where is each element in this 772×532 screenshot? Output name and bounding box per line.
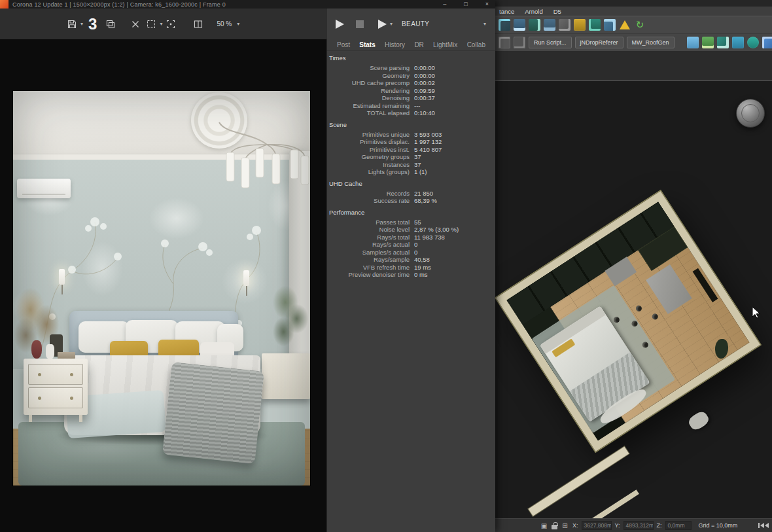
tab-dr[interactable]: DR — [414, 41, 423, 48]
grid-size-label: Grid = 10,0mm — [699, 522, 738, 529]
x-coord-label: X: — [572, 522, 578, 529]
host-app-badge: 3 — [88, 16, 97, 32]
nightstand-drawer — [28, 364, 83, 385]
viewcube[interactable] — [736, 99, 765, 128]
stat-label: UHD cache precomp — [329, 79, 414, 87]
menu-arnold[interactable]: Arnold — [525, 8, 542, 15]
stat-label: Geometry — [329, 72, 414, 80]
import-icon[interactable] — [544, 19, 555, 31]
nightstand-left — [24, 359, 88, 415]
x-coord-field[interactable]: 3627,808mm — [582, 521, 612, 530]
render-pass-selector[interactable]: BEAUTY — [402, 20, 429, 27]
layer-explorer-icon[interactable] — [514, 19, 525, 31]
render-dropdown-button[interactable]: ▾ — [378, 20, 393, 29]
maximize-button[interactable]: □ — [464, 0, 467, 9]
pass-dropdown-caret[interactable]: ▾ — [483, 21, 486, 27]
section-title: Scene — [329, 121, 491, 128]
stats-content: Times Scene parsing 0:00:00 Geometry 0:0… — [327, 51, 495, 279]
region-dropdown-caret[interactable]: ▾ — [160, 21, 162, 27]
y-coord-label: Y: — [615, 522, 620, 529]
mw-roofgen-button[interactable]: MW_RoofGen — [627, 37, 675, 48]
jndropreferer-button[interactable]: jNDropReferer — [575, 37, 623, 48]
stats-section-scene: Scene Primitives unique 3 593 003 Primit… — [329, 121, 491, 176]
stats-row: Rendering 0:09:59 — [329, 87, 491, 95]
menu-d5[interactable]: D5 — [553, 8, 561, 15]
viewport-room-plan[interactable] — [496, 191, 760, 452]
stats-row: Primitives unique 3 593 003 — [329, 131, 491, 139]
stat-label: Noise level — [329, 226, 414, 234]
stat-label: Primitives displac. — [329, 138, 414, 146]
paint-tool-icon[interactable] — [717, 37, 729, 48]
region-render-button[interactable] — [143, 16, 159, 32]
run-script-button[interactable]: Run Script... — [529, 37, 572, 48]
vfb-titlebar[interactable]: Corona 12 Update 1 | 1500×2000px (1:2) |… — [0, 0, 495, 9]
zoom-caret: ▾ — [237, 21, 239, 27]
stat-value: 1 (1) — [414, 168, 427, 176]
stats-row: Samples/s actual 0 — [329, 249, 491, 257]
z-coord-field[interactable]: 0,0mm — [665, 521, 692, 530]
stat-label: Instances — [329, 161, 414, 169]
balcony-wall-2 — [587, 489, 639, 518]
stats-row: Rays/s actual 0 — [329, 241, 491, 249]
sphere-tool-icon[interactable] — [747, 37, 759, 48]
snap-toggle-icon[interactable] — [559, 19, 570, 31]
warning-icon[interactable] — [619, 19, 631, 31]
book-stack — [58, 352, 75, 359]
relink-icon[interactable] — [702, 37, 714, 48]
measure-icon[interactable] — [732, 37, 744, 48]
script-icon[interactable] — [499, 37, 510, 48]
nightstand-leg — [29, 415, 32, 422]
y-coord-field[interactable]: 4893,312mm — [623, 521, 654, 530]
tab-post[interactable]: Post — [337, 41, 350, 48]
stat-label: Denoising — [329, 94, 414, 102]
stat-value: 0:00:37 — [414, 94, 435, 102]
clear-vfb-button[interactable] — [128, 16, 143, 32]
stat-label: VFB refresh time — [329, 264, 414, 272]
copy-image-button[interactable] — [103, 16, 118, 32]
cube-tool-icon[interactable] — [762, 37, 772, 48]
isolate-selection-icon[interactable]: ▣ — [540, 522, 548, 530]
timeline-start-icon[interactable] — [758, 523, 769, 528]
stat-value: 0 — [414, 249, 417, 257]
macro-icon[interactable] — [514, 37, 525, 48]
selection-lock-icon[interactable] — [552, 525, 557, 529]
section-title: UHD Cache — [329, 180, 491, 187]
render-play-icon — [378, 20, 387, 29]
zoom-select[interactable]: 50 % ▾ — [217, 20, 240, 27]
tab-stats[interactable]: Stats — [359, 41, 375, 48]
nightstand-right — [262, 353, 310, 399]
green-plant — [270, 283, 308, 348]
close-button[interactable]: × — [485, 0, 489, 9]
menu-substance[interactable]: tance — [499, 8, 514, 15]
save-image-button[interactable] — [64, 16, 80, 32]
window-title: Corona 12 Update 1 | 1500×2000px (1:2) |… — [12, 1, 226, 8]
save-dropdown-caret[interactable]: ▾ — [80, 21, 83, 27]
ac-unit — [17, 179, 71, 198]
absolute-mode-icon[interactable]: ⊞ — [561, 522, 569, 530]
stat-label: Primitives inst. — [329, 146, 414, 154]
tab-collab[interactable]: Collab — [467, 41, 485, 48]
stat-label: Rays/s actual — [329, 241, 414, 249]
render-selected-button[interactable] — [163, 16, 179, 32]
stats-row: Geometry 0:00:00 — [329, 72, 491, 80]
scene-explorer-icon[interactable] — [499, 19, 510, 31]
tab-lightmix[interactable]: LightMix — [433, 41, 457, 48]
ab-compare-button[interactable] — [190, 16, 206, 32]
render-image[interactable] — [13, 91, 310, 486]
max-viewport[interactable] — [495, 80, 772, 518]
minimize-button[interactable]: – — [443, 0, 446, 9]
start-render-button[interactable] — [336, 20, 344, 29]
stats-row: Success rate 68,39 % — [329, 197, 491, 205]
stop-render-button[interactable] — [356, 20, 364, 28]
rendered-frame-icon[interactable] — [604, 19, 616, 31]
stat-value: 37 — [414, 153, 421, 161]
refresh-icon[interactable]: ↻ — [634, 19, 646, 31]
render-setup-icon[interactable] — [589, 19, 601, 31]
tab-history[interactable]: History — [385, 41, 405, 48]
stats-section-times: Times Scene parsing 0:00:00 Geometry 0:0… — [329, 54, 491, 117]
ribbon-icon[interactable] — [529, 19, 540, 31]
preview-icon[interactable] — [687, 37, 699, 48]
stats-row: Primitives displac. 1 997 132 — [329, 138, 491, 146]
material-editor-icon[interactable] — [574, 19, 586, 31]
stat-value: 11 983 738 — [414, 234, 445, 241]
